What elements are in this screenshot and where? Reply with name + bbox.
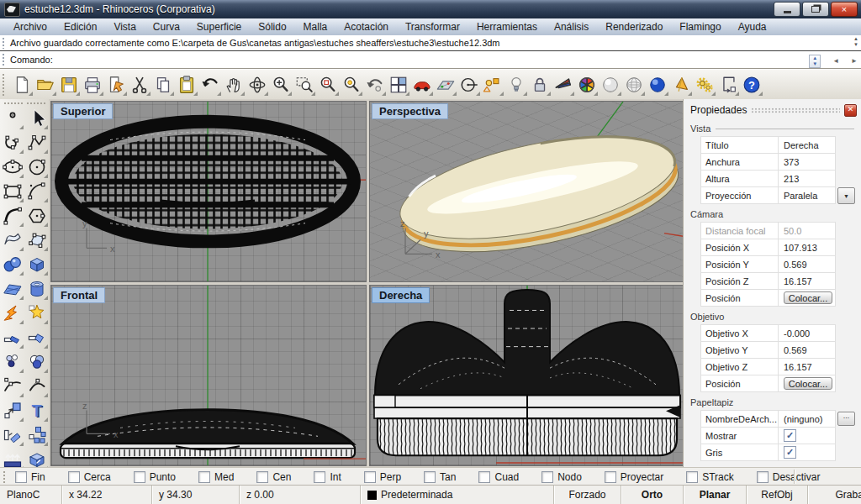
- save-file-button[interactable]: [57, 73, 81, 97]
- lock-button[interactable]: [528, 73, 552, 97]
- prop-value[interactable]: 16.157: [779, 362, 835, 372]
- menu-renderizado[interactable]: Renderizado: [597, 19, 671, 34]
- polygon-button[interactable]: [25, 204, 49, 228]
- circle-button[interactable]: [25, 155, 49, 179]
- undo-button[interactable]: [198, 73, 222, 97]
- toolbar-grip[interactable]: [0, 99, 49, 107]
- prop-value[interactable]: -0.000: [779, 328, 835, 339]
- rectangle-button[interactable]: [1, 180, 24, 203]
- zoom-selected-button[interactable]: [340, 73, 363, 97]
- cut-button[interactable]: [128, 73, 151, 97]
- status-grabar-historial-button[interactable]: Grabar historial: [808, 486, 861, 504]
- osnap-med-checkbox[interactable]: [198, 471, 210, 483]
- array-button[interactable]: [25, 423, 49, 447]
- osnap-cerca-checkbox[interactable]: [68, 471, 80, 483]
- command-nav-spinner[interactable]: ▲▼: [809, 55, 821, 68]
- shaded-view-button[interactable]: [599, 73, 622, 97]
- new-file-button[interactable]: [10, 73, 34, 97]
- text-object-button[interactable]: TT: [25, 399, 49, 423]
- control-point-curve-button[interactable]: [1, 131, 24, 155]
- viewport-derecha[interactable]: Derecha z y: [369, 285, 685, 466]
- menu-acotaci-n[interactable]: Acotación: [335, 19, 397, 34]
- osnap-proyectar-checkbox[interactable]: [605, 471, 616, 483]
- help-button[interactable]: ?: [740, 73, 763, 97]
- zoom-window-button[interactable]: [293, 73, 316, 97]
- prop-value[interactable]: 373: [779, 157, 835, 167]
- status-refobj-button[interactable]: RefObj: [747, 486, 808, 504]
- viewport-title-frontal[interactable]: Frontal: [53, 287, 105, 303]
- prop-value[interactable]: Paralela: [779, 191, 835, 201]
- menu-vista[interactable]: Vista: [105, 19, 144, 34]
- corner-curve-button[interactable]: [1, 204, 24, 228]
- osnap-fin-checkbox[interactable]: [15, 471, 27, 483]
- options-button[interactable]: [693, 73, 716, 97]
- viewport-title-perspectiva[interactable]: Perspectiva: [372, 103, 448, 119]
- command-history-spinner[interactable]: ▲▼: [853, 36, 858, 48]
- surface-sheet-button[interactable]: [1, 277, 24, 301]
- maximize-button[interactable]: [802, 2, 829, 17]
- menu-an-lisis[interactable]: Análisis: [546, 19, 597, 34]
- render-vehicle-button[interactable]: [410, 73, 434, 97]
- pan-button[interactable]: [222, 73, 246, 97]
- cplane-button[interactable]: [434, 73, 457, 97]
- polyline-button[interactable]: [25, 131, 49, 155]
- colocar-button[interactable]: Colocar...: [784, 291, 832, 304]
- osnap-int-checkbox[interactable]: [314, 471, 325, 483]
- menu-herramientas[interactable]: Herramientas: [468, 19, 546, 34]
- point-display-button[interactable]: [481, 73, 504, 97]
- undo-view-button[interactable]: [363, 73, 387, 97]
- prop-value[interactable]: 213: [779, 174, 835, 184]
- viewport-title-derecha[interactable]: Derecha: [372, 287, 430, 303]
- browse-file-button[interactable]: ...: [837, 412, 855, 426]
- menu-s-lido[interactable]: Sólido: [250, 19, 294, 34]
- wireframe-view-button[interactable]: [622, 73, 646, 97]
- nav-left-icon[interactable]: ◄: [832, 53, 839, 69]
- arc-button[interactable]: [25, 180, 49, 203]
- nav-right-icon[interactable]: ►: [851, 53, 858, 69]
- export-button[interactable]: [104, 73, 128, 97]
- render-preview-button[interactable]: [552, 73, 575, 97]
- osnap-cuad-checkbox[interactable]: [478, 471, 490, 483]
- proyecci-n-dropdown[interactable]: ▼: [837, 187, 855, 204]
- prop-value[interactable]: 107.913: [779, 243, 835, 253]
- prop-value[interactable]: (ninguno): [779, 414, 835, 424]
- boolean-union-button[interactable]: [25, 302, 49, 325]
- fillet-button[interactable]: [1, 302, 24, 325]
- viewport-frontal[interactable]: Frontal z x: [50, 285, 367, 466]
- open-file-button[interactable]: [34, 73, 57, 97]
- circle-tool-button[interactable]: [457, 73, 481, 97]
- panel-close-button[interactable]: ✕: [844, 104, 857, 117]
- osnap-cen-checkbox[interactable]: [256, 471, 268, 483]
- prop-value[interactable]: 16.157: [779, 276, 835, 286]
- command-input[interactable]: Comando: ▲▼ ◄ ►: [0, 51, 861, 69]
- cplane-button[interactable]: PlanoC: [0, 486, 62, 504]
- render-sphere-button[interactable]: [646, 73, 669, 97]
- status-planar-button[interactable]: Planar: [684, 486, 747, 504]
- surface-from-curves-button[interactable]: [1, 228, 24, 252]
- close-button[interactable]: ×: [831, 2, 858, 17]
- scale-button[interactable]: [1, 399, 24, 423]
- viewport-title-superior[interactable]: Superior: [53, 103, 113, 119]
- menu-superficie[interactable]: Superficie: [188, 19, 250, 34]
- print-button[interactable]: [81, 73, 104, 97]
- menu-edici-n[interactable]: Edición: [55, 19, 105, 34]
- point-group-button[interactable]: [1, 350, 24, 374]
- menu-curva[interactable]: Curva: [145, 19, 188, 34]
- mostrar-checkbox[interactable]: ✓: [784, 429, 796, 442]
- osnap-nodo-checkbox[interactable]: [541, 471, 553, 483]
- prop-value[interactable]: Derecha: [779, 140, 835, 150]
- viewport-layout-button[interactable]: [387, 73, 410, 97]
- gris-checkbox[interactable]: ✓: [784, 446, 796, 459]
- single-point-button[interactable]: [1, 107, 24, 130]
- zoom-in-button[interactable]: [269, 73, 293, 97]
- paste-button[interactable]: [175, 73, 198, 97]
- status-forzado-button[interactable]: Forzado: [554, 486, 621, 504]
- copy-button[interactable]: [151, 73, 175, 97]
- lights-button[interactable]: [504, 73, 528, 97]
- select-button[interactable]: [25, 107, 49, 130]
- color-blend-button[interactable]: [25, 350, 49, 374]
- osnap-punto-checkbox[interactable]: [134, 471, 145, 483]
- dimension-button[interactable]: [716, 73, 740, 97]
- zoom-extents-button[interactable]: [316, 73, 340, 97]
- prop-value[interactable]: 0.569: [779, 345, 835, 355]
